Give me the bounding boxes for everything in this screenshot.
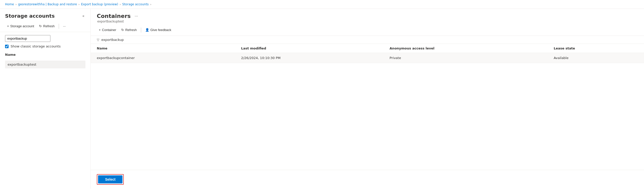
breadcrumb-backup-restore[interactable]: georestorewithha | Backup and restore	[18, 3, 77, 6]
right-toolbar-separator	[141, 28, 141, 33]
cell-anonymous-access: Private	[384, 53, 548, 63]
add-storage-account-button[interactable]: + Storage account	[5, 23, 36, 29]
name-column-header: Name	[5, 51, 85, 58]
table-header-row: Name Last modified Anonymous access leve…	[91, 44, 644, 53]
select-button-wrapper: Select	[97, 174, 124, 185]
classic-storage-checkbox[interactable]	[5, 45, 9, 48]
col-lease-state: Lease state	[548, 44, 644, 53]
left-more-button[interactable]: ···	[61, 23, 68, 29]
breadcrumb: Home › georestorewithha | Backup and res…	[0, 0, 644, 9]
filter-bar: ▽ exportbackup	[91, 36, 644, 44]
left-panel-title: Storage accounts	[5, 13, 55, 19]
col-name: Name	[91, 44, 235, 53]
breadcrumb-storage-accounts[interactable]: Storage accounts	[122, 3, 149, 6]
cell-name: exportbackupcontainer	[91, 53, 235, 63]
breadcrumb-export-backup[interactable]: Export backup (preview)	[81, 3, 118, 6]
col-anonymous-access: Anonymous access level	[384, 44, 548, 53]
table-row[interactable]: exportbackupcontainer 2/26/2024, 10:10:3…	[91, 53, 644, 63]
add-container-button[interactable]: + Container	[97, 27, 118, 33]
feedback-label: Give feedback	[150, 28, 171, 32]
left-refresh-button[interactable]: ↻ Refresh	[37, 23, 57, 29]
storage-search-input[interactable]	[5, 35, 50, 42]
filter-icon: ▽	[97, 38, 99, 42]
right-panel: Containers ··· exportbackuptest + Contai…	[91, 9, 644, 189]
breadcrumb-sep-1: ›	[15, 3, 16, 6]
right-panel-title-row: Containers ···	[97, 13, 638, 19]
table-container: Name Last modified Anonymous access leve…	[91, 44, 644, 170]
right-panel-title: Containers	[97, 13, 131, 19]
more-icon-left: ···	[63, 24, 66, 28]
refresh-icon-right: ↻	[121, 28, 124, 32]
give-feedback-button[interactable]: 👤 Give feedback	[143, 27, 173, 33]
right-refresh-button[interactable]: ↻ Refresh	[119, 27, 139, 33]
add-storage-label: Storage account	[10, 24, 34, 28]
right-subtitle: exportbackuptest	[97, 20, 638, 23]
cell-lease-state: Available	[548, 53, 644, 63]
bottom-bar: Select	[91, 170, 644, 189]
classic-storage-label: Show classic storage accounts	[11, 44, 60, 48]
breadcrumb-sep-4: ›	[150, 3, 151, 6]
left-refresh-label: Refresh	[43, 24, 55, 28]
list-item[interactable]: exportbackuptest	[5, 61, 85, 68]
select-button[interactable]: Select	[98, 175, 122, 183]
plus-icon: +	[7, 24, 9, 28]
breadcrumb-sep-3: ›	[120, 3, 121, 6]
left-panel: Storage accounts + Storage account ↻ Ref…	[0, 9, 91, 189]
left-panel-header: Storage accounts	[0, 9, 90, 21]
breadcrumb-sep-2: ›	[78, 3, 79, 6]
right-toolbar: + Container ↻ Refresh 👤 Give feedback	[91, 24, 644, 36]
refresh-icon-left: ↻	[39, 24, 42, 28]
col-last-modified: Last modified	[235, 44, 383, 53]
containers-table: Name Last modified Anonymous access leve…	[91, 44, 644, 63]
checkbox-row: Show classic storage accounts	[5, 44, 85, 48]
breadcrumb-home[interactable]: Home	[5, 3, 14, 6]
cell-last-modified: 2/26/2024, 10:10:30 PM	[235, 53, 383, 63]
add-container-label: Container	[102, 28, 116, 32]
right-more-button[interactable]: ···	[133, 13, 139, 19]
left-content: Show classic storage accounts Name expor…	[0, 32, 90, 71]
right-refresh-label: Refresh	[125, 28, 137, 32]
toolbar-separator	[59, 24, 59, 29]
right-panel-header: Containers ··· exportbackuptest	[91, 9, 644, 24]
filter-text: exportbackup	[101, 38, 124, 42]
plus-icon-right: +	[99, 28, 101, 32]
main-layout: Storage accounts + Storage account ↻ Ref…	[0, 9, 644, 189]
left-toolbar: + Storage account ↻ Refresh ···	[0, 21, 90, 32]
feedback-icon: 👤	[145, 28, 149, 32]
collapse-icon[interactable]	[81, 13, 85, 19]
